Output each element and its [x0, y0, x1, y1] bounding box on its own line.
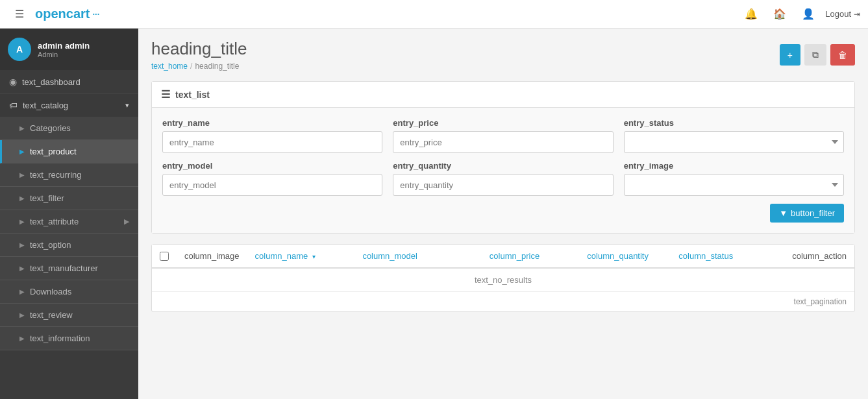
th-model[interactable]: column_model	[354, 245, 454, 268]
logout-label: Logout	[825, 9, 851, 19]
table-row-no-results: text_no_results	[152, 268, 854, 292]
sidebar-item-downloads[interactable]: ▶ Downloads	[0, 280, 138, 304]
sidebar-item-review[interactable]: ▶ text_review	[0, 304, 138, 327]
logout-button[interactable]: Logout ⇥	[825, 9, 860, 19]
form-group-model: entry_model	[162, 161, 382, 196]
brand-dots: ···	[92, 9, 99, 19]
section-title: text_list	[175, 90, 210, 100]
input-entry-price[interactable]	[393, 131, 613, 153]
col-quantity-label: column_quantity	[587, 251, 649, 261]
sidebar: A admin admin Admin ◉ text_dashboard 🏷 t…	[0, 29, 138, 399]
downloads-label: Downloads	[30, 287, 71, 296]
col-status-label: column_status	[678, 251, 733, 261]
hamburger-button[interactable]: ☰	[8, 3, 31, 26]
product-label: text_product	[30, 147, 77, 156]
manufacturer-label: text_manufacturer	[30, 263, 98, 273]
sidebar-item-recurring[interactable]: ▶ text_recurring	[0, 163, 138, 187]
page-title-area: heading_title text_home / heading_title	[151, 39, 247, 71]
page-title: heading_title	[151, 39, 247, 59]
attribute-label: text_attribute	[30, 217, 79, 226]
label-entry-price: entry_price	[393, 118, 613, 128]
sidebar-item-catalog[interactable]: 🏷 text_catalog ▾	[0, 94, 138, 117]
filter-grid: entry_name entry_price entry_status Enab…	[162, 118, 844, 196]
copy-button[interactable]: ⧉	[804, 44, 826, 66]
add-button[interactable]: +	[780, 44, 800, 66]
label-entry-image: entry_image	[624, 161, 844, 171]
col-price-label: column_price	[490, 251, 539, 261]
main-wrapper: A admin admin Admin ◉ text_dashboard 🏷 t…	[0, 29, 868, 399]
user-role: Admin	[38, 51, 90, 58]
input-entry-model[interactable]	[162, 174, 382, 196]
select-entry-status[interactable]: Enabled Disabled	[624, 131, 844, 153]
th-price[interactable]: column_price	[454, 245, 547, 268]
sidebar-item-label: text_dashboard	[22, 77, 81, 87]
th-quantity[interactable]: column_quantity	[547, 245, 656, 268]
sidebar-item-attribute[interactable]: ▶ text_attribute ▶	[0, 210, 138, 234]
pagination-text: text_pagination	[794, 297, 847, 306]
arrow-icon: ▶	[19, 195, 25, 202]
label-entry-model: entry_model	[162, 161, 382, 171]
form-group-quantity: entry_quantity	[393, 161, 613, 196]
top-navbar: ☰ opencart ··· 🔔 🏠 👤 Logout ⇥	[0, 0, 868, 29]
attribute-chevron: ▶	[124, 217, 129, 226]
filter-button[interactable]: ▼ button_filter	[770, 204, 844, 223]
select-all-checkbox[interactable]	[160, 252, 169, 261]
catalog-icon: 🏷	[9, 101, 18, 110]
review-label: text_review	[30, 310, 73, 320]
table-header-row: column_image column_name ▾ column_model …	[152, 245, 854, 268]
recurring-label: text_recurring	[30, 170, 81, 180]
brand-logo: opencart ···	[35, 6, 99, 21]
home-button[interactable]: 🏠	[768, 3, 791, 26]
th-name[interactable]: column_name ▾	[247, 245, 355, 268]
information-label: text_information	[30, 333, 90, 343]
notifications-button[interactable]: 🔔	[739, 3, 763, 26]
catalog-submenu: ▶ Categories ▶ text_product ▶ text_recur…	[0, 117, 138, 350]
breadcrumb-home[interactable]: text_home	[151, 62, 188, 71]
products-table: column_image column_name ▾ column_model …	[152, 245, 854, 292]
categories-label: Categories	[30, 123, 71, 133]
breadcrumb-separator: /	[190, 62, 192, 71]
sidebar-item-manufacturer[interactable]: ▶ text_manufacturer	[0, 257, 138, 280]
arrow-icon: ▶	[19, 148, 25, 155]
filter-label: text_filter	[30, 193, 64, 203]
sidebar-item-product[interactable]: ▶ text_product	[0, 140, 138, 163]
select-entry-image[interactable]	[624, 174, 844, 196]
input-entry-quantity[interactable]	[393, 174, 613, 196]
arrow-icon: ▶	[19, 335, 25, 342]
input-entry-name[interactable]	[162, 131, 382, 153]
filter-label: button_filter	[791, 208, 835, 218]
arrow-icon: ▶	[19, 171, 25, 178]
avatar: A	[8, 38, 31, 61]
sidebar-item-option[interactable]: ▶ text_option	[0, 234, 138, 257]
col-name-label: column_name	[255, 251, 308, 261]
option-label: text_option	[30, 240, 71, 250]
arrow-icon: ▶	[19, 288, 25, 295]
sort-icon: ▾	[312, 253, 316, 260]
filter-actions: ▼ button_filter	[162, 204, 844, 223]
th-status[interactable]: column_status	[656, 245, 755, 268]
page-header: heading_title text_home / heading_title …	[151, 39, 855, 71]
th-image: column_image	[177, 245, 247, 268]
card-header: ☰ text_list	[152, 82, 854, 108]
sidebar-item-filter[interactable]: ▶ text_filter	[0, 187, 138, 210]
user-profile-button[interactable]: 👤	[797, 3, 820, 26]
arrow-icon: ▶	[19, 218, 25, 225]
breadcrumb: text_home / heading_title	[151, 62, 247, 71]
sidebar-item-information[interactable]: ▶ text_information	[0, 327, 138, 350]
label-entry-name: entry_name	[162, 118, 382, 128]
arrow-icon: ▶	[19, 125, 25, 132]
navbar-right: 🔔 🏠 👤 Logout ⇥	[739, 3, 860, 26]
logout-icon: ⇥	[854, 10, 860, 19]
data-table: column_image column_name ▾ column_model …	[151, 244, 855, 312]
delete-button[interactable]: 🗑	[830, 44, 855, 66]
list-icon: ☰	[161, 88, 170, 101]
delete-icon: 🗑	[838, 50, 847, 60]
no-results-text: text_no_results	[475, 275, 532, 285]
sidebar-item-dashboard[interactable]: ◉ text_dashboard	[0, 70, 138, 94]
brand-text: opencart	[35, 6, 90, 21]
dashboard-icon: ◉	[9, 77, 17, 87]
col-image-label: column_image	[184, 251, 240, 261]
pagination: text_pagination	[152, 292, 854, 311]
main-content: heading_title text_home / heading_title …	[138, 29, 868, 399]
sidebar-item-categories[interactable]: ▶ Categories	[0, 117, 138, 140]
